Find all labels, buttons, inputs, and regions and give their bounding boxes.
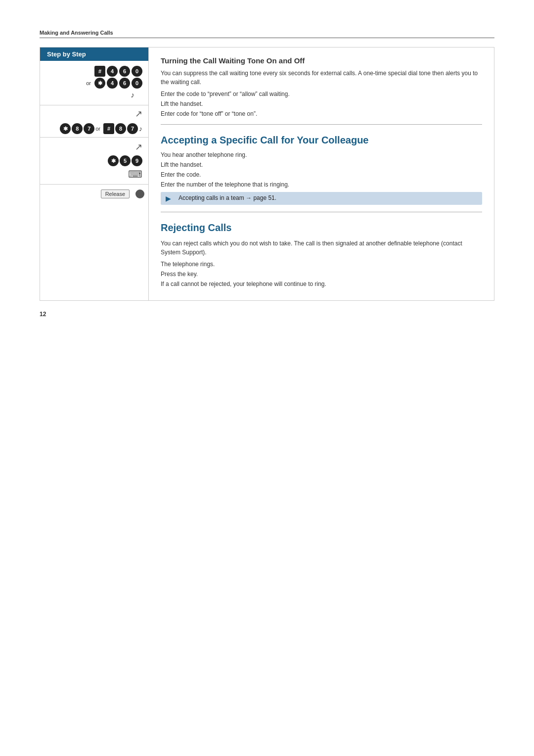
reject-step2-text: Press the key. bbox=[161, 271, 198, 278]
num4-icon: 4 bbox=[107, 66, 118, 77]
call-waiting-tone-section: Turning the Call Waiting Tone On and Off… bbox=[161, 56, 482, 117]
page-header: Making and Answering Calls bbox=[40, 30, 494, 38]
call-waiting-tone-title: Turning the Call Waiting Tone On and Off bbox=[161, 56, 482, 65]
or2-text: or bbox=[95, 126, 100, 132]
main-content: Step by Step # 4 6 0 or ✱ 4 6 0 bbox=[40, 47, 494, 301]
num7-icon: 7 bbox=[84, 123, 94, 134]
tip-box: ▶ Accepting calls in a team → page 51. bbox=[161, 192, 482, 205]
rejecting-calls-description: You can reject calls which you do not wi… bbox=[161, 239, 482, 257]
accept-step1: You hear another telephone ring. bbox=[161, 151, 482, 158]
handset-icon: ↗ bbox=[135, 108, 142, 119]
hash2-icon: # bbox=[103, 123, 114, 134]
tip-arrow-icon: ▶ bbox=[166, 194, 175, 202]
step-lift-handset-text: Lift the handset. bbox=[161, 100, 203, 107]
phone-grid-icon: ⌨ bbox=[128, 168, 142, 180]
rejecting-calls-title: Rejecting Calls bbox=[161, 221, 482, 234]
accept-step3-text: Enter the code. bbox=[161, 171, 201, 178]
reject-step1: The telephone rings. bbox=[161, 261, 482, 268]
accept-step4: Enter the number of the telephone that i… bbox=[161, 181, 482, 188]
step-by-step-header: Step by Step bbox=[40, 47, 148, 61]
release-button[interactable]: Release bbox=[101, 189, 130, 198]
num9-icon: 9 bbox=[132, 155, 142, 166]
num6-icon: 6 bbox=[119, 66, 130, 77]
num5-icon: 5 bbox=[120, 155, 131, 166]
divider-2 bbox=[161, 212, 482, 212]
num6b-icon: 6 bbox=[119, 78, 130, 89]
step-tone-code: Enter code for “tone off” or “tone on”. bbox=[161, 110, 482, 117]
accept-step2-text: Lift the handset. bbox=[161, 161, 203, 168]
num4b-icon: 4 bbox=[107, 78, 118, 89]
music-note-icon: ♪ bbox=[129, 91, 135, 99]
step-enter-code: Enter the code to “prevent” or “allow” c… bbox=[161, 91, 482, 97]
reject-step2: Press the key. bbox=[161, 271, 482, 278]
star3-icon: ✱ bbox=[108, 155, 119, 166]
page-number: 12 bbox=[40, 311, 494, 318]
or-text: or bbox=[86, 80, 91, 86]
reject-step3: If a call cannot be rejected, your telep… bbox=[161, 281, 482, 287]
reject-step3-text: If a call cannot be rejected, your telep… bbox=[161, 281, 326, 287]
accept-step4-text: Enter the number of the telephone that i… bbox=[161, 181, 289, 188]
num8-icon: 8 bbox=[72, 123, 83, 134]
reject-step1-text: The telephone rings. bbox=[161, 261, 215, 268]
star2-icon: ✱ bbox=[60, 123, 71, 134]
step-enter-code-text: Enter the code to “prevent” or “allow” c… bbox=[161, 91, 290, 97]
accept-step1-text: You hear another telephone ring. bbox=[161, 151, 247, 158]
sidebar: Step by Step # 4 6 0 or ✱ 4 6 0 bbox=[40, 47, 149, 300]
tip-text: Accepting calls in a team → page 51. bbox=[178, 194, 276, 201]
music-note2-icon: ♪ bbox=[139, 125, 142, 133]
accept-step2: Lift the handset. bbox=[161, 161, 482, 168]
star-key-icon: ✱ bbox=[94, 78, 105, 89]
step-lift-handset: Lift the handset. bbox=[161, 100, 482, 107]
num0-icon: 0 bbox=[132, 66, 142, 77]
rejecting-calls-section: Rejecting Calls You can reject calls whi… bbox=[161, 221, 482, 287]
call-waiting-tone-description: You can suppress the call waiting tone e… bbox=[161, 69, 482, 87]
accept-step3: Enter the code. bbox=[161, 171, 482, 178]
content-area: Turning the Call Waiting Tone On and Off… bbox=[149, 47, 494, 300]
accepting-call-title: Accepting a Specific Call for Your Colle… bbox=[161, 134, 482, 146]
handset2-icon: ↗ bbox=[135, 142, 142, 152]
num7b-icon: 7 bbox=[127, 123, 138, 134]
step-tone-code-text: Enter code for “tone off” or “tone on”. bbox=[161, 110, 257, 117]
divider-1 bbox=[161, 124, 482, 125]
hash-key-icon: # bbox=[94, 66, 105, 77]
release-circle-icon bbox=[135, 189, 144, 198]
accepting-call-section: Accepting a Specific Call for Your Colle… bbox=[161, 134, 482, 205]
num8b-icon: 8 bbox=[115, 123, 126, 134]
num0b-icon: 0 bbox=[132, 78, 142, 89]
